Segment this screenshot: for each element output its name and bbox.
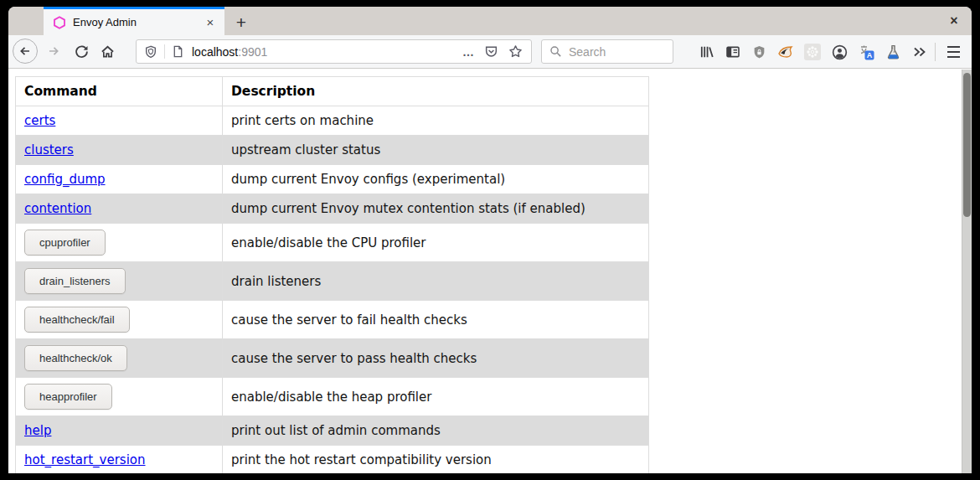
new-tab-button[interactable]: + xyxy=(228,9,255,35)
command-description: dump current Envoy configs (experimental… xyxy=(223,165,649,194)
forward-arrow-icon xyxy=(47,44,60,58)
library-icon xyxy=(699,44,714,59)
command-link-clusters[interactable]: clusters xyxy=(24,142,74,157)
page-actions-icon[interactable]: … xyxy=(462,45,475,59)
shield-lock-extension-button[interactable] xyxy=(749,42,769,62)
home-icon xyxy=(101,44,115,59)
command-button-healthcheck-fail[interactable]: healthcheck/fail xyxy=(24,307,130,333)
url-bar[interactable]: localhost:9901 … xyxy=(136,39,532,64)
app-menu-button[interactable] xyxy=(943,42,963,62)
url-port: :9901 xyxy=(238,45,267,59)
scrollbar-thumb[interactable] xyxy=(963,73,971,217)
forward-button[interactable] xyxy=(41,39,66,64)
envoy-favicon-icon xyxy=(53,16,66,29)
sidebar-icon xyxy=(725,44,740,59)
table-row: help print out list of admin commands xyxy=(16,416,649,446)
command-description: print certs on machine xyxy=(223,106,649,136)
tracking-protection-shield-icon[interactable] xyxy=(144,45,157,59)
command-description: enable/disable the CPU profiler xyxy=(223,224,649,262)
admin-commands-table: Command Description certs print certs on… xyxy=(15,76,649,473)
command-button-healthcheck-ok[interactable]: healthcheck/ok xyxy=(24,345,127,371)
tab-close-icon[interactable]: × xyxy=(201,13,219,32)
table-row: certs print certs on machine xyxy=(16,106,649,136)
overflow-menu-button[interactable] xyxy=(910,42,930,62)
translate-icon: A xyxy=(859,44,874,60)
table-row: healthcheck/fail cause the server to fai… xyxy=(16,301,649,339)
table-row: clusters upstream cluster status xyxy=(16,136,649,165)
pocket-icon[interactable] xyxy=(484,44,498,59)
account-icon xyxy=(832,44,848,60)
url-host: localhost xyxy=(192,45,238,59)
search-placeholder: Search xyxy=(569,45,606,59)
disabled-extension-button[interactable] xyxy=(802,42,823,62)
table-row: healthcheck/ok cause the server to pass … xyxy=(16,339,649,378)
header-command: Command xyxy=(16,77,223,106)
command-description: cause the server to fail health checks xyxy=(223,301,649,339)
table-row: hot_restart_version print the hot restar… xyxy=(16,446,649,474)
command-button-drain-listeners[interactable]: drain_listeners xyxy=(24,268,126,294)
navigation-toolbar: localhost:9901 … Search xyxy=(8,35,972,69)
table-row: drain_listeners drain listeners xyxy=(16,262,649,301)
double-chevron-icon xyxy=(912,45,927,59)
command-description: print out list of admin commands xyxy=(223,416,649,446)
search-input[interactable]: Search xyxy=(541,39,673,64)
snowflake-cluster-icon xyxy=(803,43,822,61)
flask-icon xyxy=(885,44,901,60)
shield-lock-icon xyxy=(752,45,766,59)
browser-window: Envoy Admin × + × xyxy=(8,7,972,473)
table-row: cpuprofiler enable/disable the CPU profi… xyxy=(16,224,649,262)
command-button-heapprofiler[interactable]: heapprofiler xyxy=(24,384,112,410)
command-button-cpuprofiler[interactable]: cpuprofiler xyxy=(24,230,106,255)
table-row: heapprofiler enable/disable the heap pro… xyxy=(16,378,649,416)
command-link-certs[interactable]: certs xyxy=(24,113,55,128)
translate-letter: A xyxy=(866,51,872,59)
command-description: cause the server to pass health checks xyxy=(223,339,649,378)
command-description: print the hot restart compatibility vers… xyxy=(223,446,649,474)
table-header-row: Command Description xyxy=(16,77,649,106)
page-info-icon[interactable] xyxy=(172,45,184,58)
command-link-hot-restart-version[interactable]: hot_restart_version xyxy=(24,452,146,467)
bookmark-star-icon[interactable] xyxy=(508,44,523,59)
urlbar-divider xyxy=(164,44,165,59)
reload-icon xyxy=(75,44,89,59)
back-arrow-icon xyxy=(18,44,32,58)
translate-extension-button[interactable]: A xyxy=(856,42,876,62)
command-description: upstream cluster status xyxy=(223,136,649,165)
hamburger-icon xyxy=(947,46,960,58)
command-description: drain listeners xyxy=(223,262,649,301)
header-description: Description xyxy=(223,77,649,106)
table-row: config_dump dump current Envoy configs (… xyxy=(16,165,649,194)
reload-button[interactable] xyxy=(69,39,94,64)
home-button[interactable] xyxy=(95,39,120,64)
window-close-button[interactable]: × xyxy=(944,12,964,30)
command-link-contention[interactable]: contention xyxy=(24,201,91,216)
vertical-scrollbar[interactable] xyxy=(962,70,972,473)
privacy-badger-button[interactable] xyxy=(776,42,796,62)
url-text: localhost:9901 xyxy=(192,45,267,59)
tab-envoy-admin[interactable]: Envoy Admin × xyxy=(44,7,224,35)
badger-icon xyxy=(777,44,794,59)
search-icon xyxy=(549,45,562,58)
page-content: Command Description certs print certs on… xyxy=(8,70,972,473)
command-link-help[interactable]: help xyxy=(24,423,51,438)
tab-title: Envoy Admin xyxy=(73,16,201,28)
command-description: enable/disable the heap profiler xyxy=(223,378,649,416)
toolbar-separator xyxy=(935,43,936,61)
command-link-config-dump[interactable]: config_dump xyxy=(24,172,106,187)
table-row: contention dump current Envoy mutex cont… xyxy=(16,194,649,224)
tab-bar: Envoy Admin × + × xyxy=(8,7,972,35)
flask-extension-button[interactable] xyxy=(883,42,903,62)
library-button[interactable] xyxy=(697,42,717,62)
back-button[interactable] xyxy=(13,39,38,64)
command-description: dump current Envoy mutex contention stat… xyxy=(223,194,649,224)
sidebar-toggle-button[interactable] xyxy=(723,42,743,62)
account-button[interactable] xyxy=(829,42,849,62)
